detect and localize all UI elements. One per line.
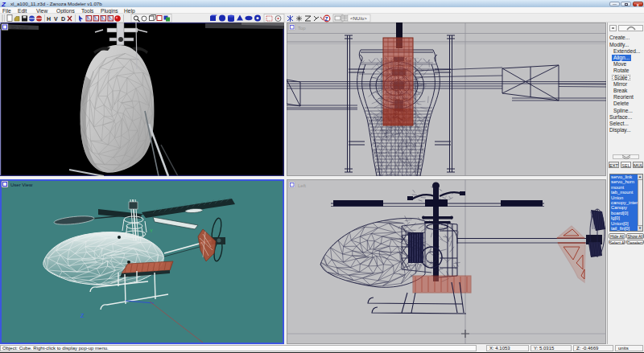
svg-text:<NU/o>: <NU/o> — [350, 16, 367, 21]
svg-text:Left: Left — [298, 183, 306, 188]
svg-text:Z: Z — [2, 1, 6, 7]
svg-text:3D View: 3D View — [10, 25, 29, 30]
svg-text:H: H — [47, 16, 51, 22]
svg-text:V: V — [54, 16, 58, 22]
svg-text:D: D — [61, 16, 65, 22]
svg-text:Y: Y — [150, 228, 153, 233]
svg-text:Z: Z — [80, 313, 85, 318]
svg-text:Z: Z — [325, 16, 328, 22]
svg-text:Top: Top — [298, 26, 306, 31]
svg-text:User View: User View — [10, 183, 33, 187]
